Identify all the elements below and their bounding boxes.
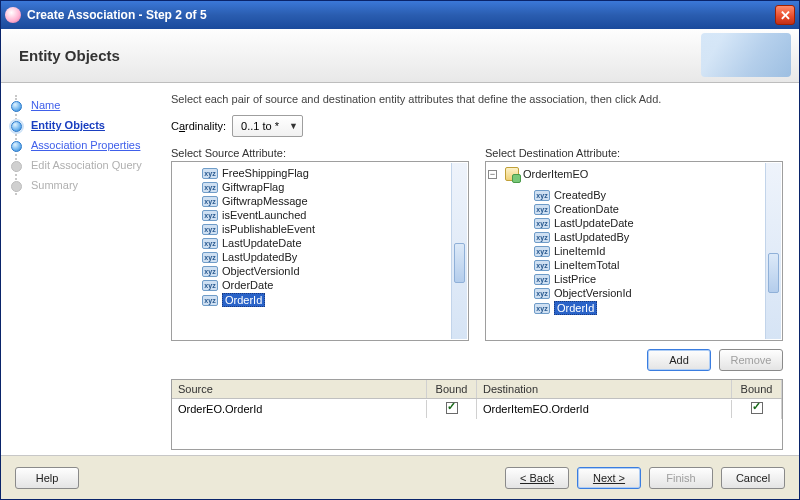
attribute-icon: xyz [202,182,218,193]
col-destination: Destination [477,380,732,398]
attribute-panels: Select Source Attribute: xyzFreeShipping… [171,147,783,341]
tree-item: xyzLastUpdatedBy [534,230,782,244]
step-assoc-props-link[interactable]: Association Properties [31,139,140,151]
pairs-table: Source Bound Destination Bound OrderEO.O… [171,379,783,450]
cardinality-value: 0..1 to * [241,120,279,132]
attribute-icon: xyz [202,266,218,277]
attribute-icon: xyz [202,224,218,235]
col-source: Source [172,380,427,398]
tree-item-selected: xyzOrderId [202,292,468,308]
attribute-icon: xyz [534,232,550,243]
tree-item: xyzLineItemId [534,244,782,258]
attribute-icon: xyz [534,246,550,257]
attribute-icon: xyz [202,168,218,179]
next-button[interactable]: Next > [577,467,641,489]
cancel-button[interactable]: Cancel [721,467,785,489]
tree-item: xyzCreatedBy [534,188,782,202]
attribute-icon: xyz [534,260,550,271]
tree-entity-node[interactable]: −OrderItemEO [508,166,782,182]
destination-tree[interactable]: −OrderItemEO xyzCreatedBy xyzCreationDat… [485,161,783,341]
tree-item-selected: xyzOrderId [534,300,782,316]
wizard-body: Name Entity Objects Association Properti… [1,83,799,455]
wizard-steps-sidebar: Name Entity Objects Association Properti… [1,83,155,455]
cell-bound-dst[interactable] [732,399,782,419]
entity-icon [505,167,519,181]
step-name-link[interactable]: Name [31,99,60,111]
page-title: Entity Objects [19,47,120,64]
checkbox-icon[interactable] [751,402,763,414]
attribute-icon: xyz [202,196,218,207]
cardinality-row: Cardinality: 0..1 to * ▼ [171,115,783,137]
attribute-icon: xyz [534,218,550,229]
tree-item: xyzisPublishableEvent [202,222,468,236]
table-row[interactable]: OrderEO.OrderId OrderItemEO.OrderId [172,399,782,419]
finish-button[interactable]: Finish [649,467,713,489]
attribute-icon: xyz [202,238,218,249]
attribute-icon: xyz [202,295,218,306]
destination-panel: Select Destination Attribute: −OrderItem… [485,147,783,341]
tree-item: xyzLineItemTotal [534,258,782,272]
cardinality-combo[interactable]: 0..1 to * ▼ [232,115,303,137]
attribute-icon: xyz [202,210,218,221]
tree-item: xyzLastUpdateDate [202,236,468,250]
tree-item: xyzisEventLaunched [202,208,468,222]
cell-destination: OrderItemEO.OrderId [477,400,732,418]
wizard-header: Entity Objects [1,29,799,83]
cell-source: OrderEO.OrderId [172,400,427,418]
step-entity-objects[interactable]: Entity Objects [17,115,155,135]
main-panel: Select each pair of source and destinati… [155,83,799,455]
source-panel: Select Source Attribute: xyzFreeShipping… [171,147,469,341]
tree-item: xyzGiftwrapMessage [202,194,468,208]
attribute-icon: xyz [202,280,218,291]
checkbox-icon[interactable] [446,402,458,414]
cardinality-label: Cardinality: [171,120,226,132]
tree-item: xyzCreationDate [534,202,782,216]
scrollbar[interactable] [451,163,467,339]
col-bound-dst: Bound [732,380,782,398]
table-empty-space [172,419,782,449]
titlebar: Create Association - Step 2 of 5 ✕ [1,1,799,29]
dialog-window: Create Association - Step 2 of 5 ✕ Entit… [0,0,800,500]
close-button[interactable]: ✕ [775,5,795,25]
step-name[interactable]: Name [17,95,155,115]
tree-item: xyzFreeShippingFlag [202,166,468,180]
tree-item: xyzLastUpdatedBy [202,250,468,264]
step-association-properties[interactable]: Association Properties [17,135,155,155]
step-edit-query: Edit Association Query [17,155,155,175]
attribute-icon: xyz [534,204,550,215]
scrollbar-thumb[interactable] [454,243,465,283]
tree-item: xyzObjectVersionId [202,264,468,278]
back-button[interactable]: < Back [505,467,569,489]
destination-label: Select Destination Attribute: [485,147,783,159]
attribute-icon: xyz [534,288,550,299]
scrollbar[interactable] [765,163,781,339]
attribute-icon: xyz [202,252,218,263]
add-button[interactable]: Add [647,349,711,371]
app-icon [5,7,21,23]
source-label: Select Source Attribute: [171,147,469,159]
step-entity-objects-link[interactable]: Entity Objects [31,119,105,131]
tree-item: xyzOrderDate [202,278,468,292]
attribute-icon: xyz [534,303,550,314]
source-tree[interactable]: xyzFreeShippingFlag xyzGiftwrapFlag xyzG… [171,161,469,341]
chevron-down-icon: ▼ [289,121,298,131]
header-decoration [701,33,791,77]
tree-item: xyzObjectVersionId [534,286,782,300]
collapse-icon[interactable]: − [488,170,497,179]
tree-item: xyzListPrice [534,272,782,286]
remove-button[interactable]: Remove [719,349,783,371]
help-button[interactable]: Help [15,467,79,489]
cell-bound-src[interactable] [427,399,477,419]
step-summary: Summary [17,175,155,195]
attribute-icon: xyz [534,274,550,285]
col-bound-src: Bound [427,380,477,398]
scrollbar-thumb[interactable] [768,253,779,293]
tree-item: xyzGiftwrapFlag [202,180,468,194]
instruction-text: Select each pair of source and destinati… [171,93,783,105]
attribute-icon: xyz [534,190,550,201]
add-remove-row: Add Remove [171,341,783,379]
window-title: Create Association - Step 2 of 5 [27,8,775,22]
wizard-footer: Help < Back Next > Finish Cancel [1,455,799,499]
tree-item: xyzLastUpdateDate [534,216,782,230]
table-header: Source Bound Destination Bound [172,380,782,399]
